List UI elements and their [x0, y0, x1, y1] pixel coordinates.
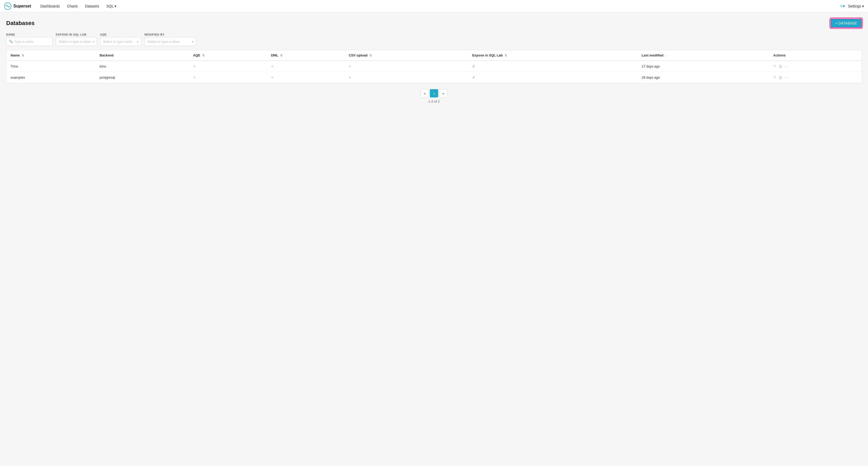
- cross-icon: ✕: [349, 64, 351, 68]
- filter-name-label: NAME: [6, 33, 53, 36]
- table-row: examples postgresql ✕ ✕ ✕ ✓ 29 days ago …: [6, 72, 862, 83]
- logo[interactable]: Superset: [4, 3, 31, 10]
- navbar: Superset Dashboards Charts Datasets SQL …: [0, 0, 868, 12]
- filter-modified-group: MODIFIED BY Select or type a value ▾: [145, 33, 196, 46]
- pagination-controls: « 1 »: [421, 89, 447, 97]
- nav-charts[interactable]: Charts: [64, 3, 81, 10]
- table-row: Trino trino ✕ ✕ ✕ ✓ 17 days ago ✎ 🗑 ⋯: [6, 61, 862, 72]
- row-modified: 29 days ago: [638, 72, 769, 83]
- filter-aqe-group: AQE Select or type value ▾: [100, 33, 142, 46]
- col-header-expose[interactable]: Expose in SQL Lab ⇅: [468, 50, 638, 61]
- filter-name-group: NAME 🔍: [6, 33, 53, 46]
- navbar-plus-button[interactable]: +▾: [840, 3, 845, 9]
- row-csv: ✕: [344, 61, 468, 72]
- filter-modified-placeholder: Select or type a value: [147, 40, 180, 43]
- row-aqe: ✕: [189, 61, 267, 72]
- filter-aqe-placeholder: Select or type value: [103, 40, 132, 43]
- table-header: Name ⇅ Backend AQE ⇅ DML ⇅ CSV upload ⇅ …: [6, 50, 862, 61]
- row-dml: ✕: [267, 72, 344, 83]
- more-icon[interactable]: ⋯: [785, 75, 788, 80]
- pagination: « 1 » 1-2 of 2: [6, 83, 862, 107]
- search-icon: 🔍: [9, 40, 13, 43]
- row-actions: ✎ 🗑 ⋯: [769, 61, 862, 72]
- chevron-down-icon: ▾: [93, 40, 94, 43]
- page-content: Databases + DATABASE NAME 🔍 EXPOSE IN SQ…: [0, 12, 868, 466]
- filter-expose-select[interactable]: Select or type a value ▾: [56, 37, 97, 46]
- databases-table: Name ⇅ Backend AQE ⇅ DML ⇅ CSV upload ⇅ …: [6, 50, 862, 83]
- col-header-actions: Actions: [769, 50, 862, 61]
- navbar-right: +▾ Settings ▾: [840, 3, 864, 9]
- row-csv: ✕: [344, 72, 468, 83]
- col-header-modified[interactable]: Last modified ↓: [638, 50, 769, 61]
- col-header-backend[interactable]: Backend: [95, 50, 189, 61]
- sort-expose-icon: ⇅: [505, 54, 507, 57]
- table-body: Trino trino ✕ ✕ ✕ ✓ 17 days ago ✎ 🗑 ⋯: [6, 61, 862, 83]
- nav-dashboards[interactable]: Dashboards: [37, 3, 63, 10]
- add-database-button[interactable]: + DATABASE: [831, 19, 862, 28]
- more-icon[interactable]: ⋯: [785, 64, 788, 69]
- edit-icon[interactable]: ✎: [773, 64, 777, 69]
- filter-modified-label: MODIFIED BY: [145, 33, 196, 36]
- cross-icon: ✕: [349, 75, 351, 79]
- col-header-name[interactable]: Name ⇅: [6, 50, 95, 61]
- check-icon: ✓: [472, 64, 475, 68]
- databases-table-container: Name ⇅ Backend AQE ⇅ DML ⇅ CSV upload ⇅ …: [6, 50, 862, 83]
- row-backend: postgresql: [95, 72, 189, 83]
- delete-icon[interactable]: 🗑: [779, 64, 783, 69]
- filters-row: NAME 🔍 EXPOSE IN SQL LAB Select or type …: [6, 33, 862, 46]
- filter-aqe-select[interactable]: Select or type value ▾: [100, 37, 142, 46]
- cross-icon: ✕: [193, 64, 196, 68]
- sort-aqe-icon: ⇅: [202, 54, 205, 57]
- filter-expose-label: EXPOSE IN SQL LAB: [56, 33, 97, 36]
- filter-expose-placeholder: Select or type a value: [59, 40, 91, 43]
- filter-expose-group: EXPOSE IN SQL LAB Select or type a value…: [56, 33, 97, 46]
- nav-datasets[interactable]: Datasets: [82, 3, 102, 10]
- cross-icon: ✕: [271, 64, 274, 68]
- row-modified: 17 days ago: [638, 61, 769, 72]
- pagination-prev-button[interactable]: «: [421, 89, 429, 97]
- col-header-aqe[interactable]: AQE ⇅: [189, 50, 267, 61]
- row-backend: trino: [95, 61, 189, 72]
- filter-name-input[interactable]: [14, 40, 50, 43]
- row-name: Trino: [6, 61, 95, 72]
- page-title: Databases: [6, 20, 35, 27]
- sort-name-icon: ⇅: [22, 54, 24, 57]
- page-header: Databases + DATABASE: [6, 19, 862, 28]
- pagination-page-1-button[interactable]: 1: [430, 89, 438, 97]
- row-expose: ✓: [468, 61, 638, 72]
- row-dml: ✕: [267, 61, 344, 72]
- sort-dml-icon: ⇅: [280, 54, 283, 57]
- filter-aqe-label: AQE: [100, 33, 142, 36]
- col-header-dml[interactable]: DML ⇅: [267, 50, 344, 61]
- chevron-down-icon-aqe: ▾: [137, 40, 138, 43]
- cross-icon: ✕: [193, 75, 196, 79]
- row-name: examples: [6, 72, 95, 83]
- filter-modified-select[interactable]: Select or type a value ▾: [145, 37, 196, 46]
- cross-icon: ✕: [271, 75, 274, 79]
- pagination-info: 1-2 of 2: [428, 99, 440, 103]
- nav-links: Dashboards Charts Datasets SQL ▾: [37, 3, 840, 10]
- superset-logo-icon: [4, 3, 11, 10]
- check-icon: ✓: [472, 75, 475, 79]
- row-expose: ✓: [468, 72, 638, 83]
- edit-icon[interactable]: ✎: [773, 75, 777, 80]
- chevron-down-icon-modified: ▾: [192, 40, 193, 43]
- row-aqe: ✕: [189, 72, 267, 83]
- nav-sql[interactable]: SQL ▾: [103, 3, 119, 10]
- col-header-csv[interactable]: CSV upload ⇅: [344, 50, 468, 61]
- sort-modified-icon: ↓: [665, 54, 667, 57]
- delete-icon[interactable]: 🗑: [779, 75, 783, 80]
- pagination-next-button[interactable]: »: [439, 89, 447, 97]
- filter-name-input-wrapper[interactable]: 🔍: [6, 37, 53, 46]
- brand-name: Superset: [13, 4, 31, 8]
- row-actions: ✎ 🗑 ⋯: [769, 72, 862, 83]
- sort-csv-icon: ⇅: [370, 54, 372, 57]
- navbar-settings-button[interactable]: Settings ▾: [848, 4, 864, 8]
